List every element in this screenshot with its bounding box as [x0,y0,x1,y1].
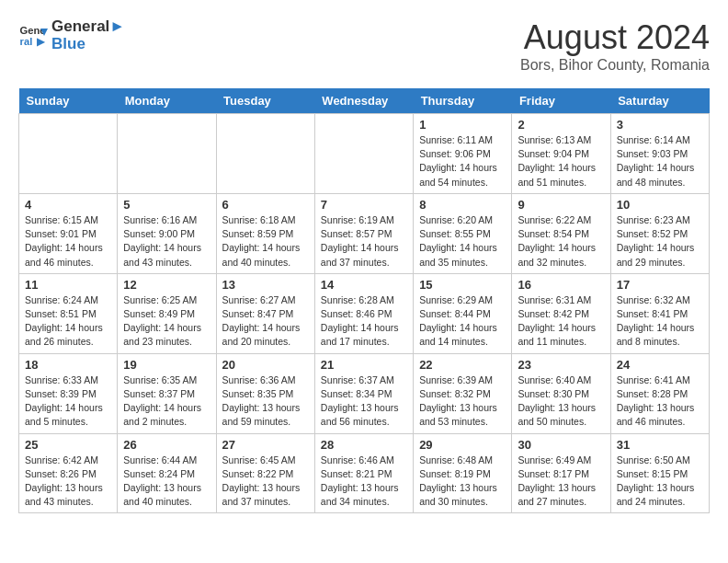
calendar-week-1: 1Sunrise: 6:11 AM Sunset: 9:06 PM Daylig… [19,114,710,194]
calendar-cell: 18Sunrise: 6:33 AM Sunset: 8:39 PM Dayli… [19,353,118,433]
day-info: Sunrise: 6:44 AM Sunset: 8:24 PM Dayligh… [123,454,210,510]
calendar-cell: 28Sunrise: 6:46 AM Sunset: 8:21 PM Dayli… [314,433,413,513]
column-header-monday: Monday [118,88,216,114]
calendar-cell: 6Sunrise: 6:18 AM Sunset: 8:59 PM Daylig… [216,193,314,273]
day-info: Sunrise: 6:50 AM Sunset: 8:15 PM Dayligh… [617,454,703,510]
day-number: 24 [617,358,703,372]
day-number: 3 [617,118,703,132]
day-number: 31 [617,438,703,452]
day-number: 21 [321,358,407,372]
day-number: 22 [419,358,506,372]
column-header-friday: Friday [512,88,610,114]
day-info: Sunrise: 6:27 AM Sunset: 8:47 PM Dayligh… [222,293,309,350]
day-number: 27 [222,438,309,452]
day-number: 11 [25,278,111,292]
day-info: Sunrise: 6:11 AM Sunset: 9:06 PM Dayligh… [419,133,506,190]
day-info: Sunrise: 6:23 AM Sunset: 8:52 PM Dayligh… [617,213,703,270]
day-info: Sunrise: 6:39 AM Sunset: 8:32 PM Dayligh… [419,373,506,430]
day-info: Sunrise: 6:40 AM Sunset: 8:30 PM Dayligh… [518,373,604,430]
day-number: 29 [419,438,506,452]
calendar-cell: 12Sunrise: 6:25 AM Sunset: 8:49 PM Dayli… [118,273,216,353]
day-number: 30 [518,438,604,452]
calendar-cell: 22Sunrise: 6:39 AM Sunset: 8:32 PM Dayli… [414,353,512,433]
calendar-cell: 21Sunrise: 6:37 AM Sunset: 8:34 PM Dayli… [314,353,413,433]
day-info: Sunrise: 6:19 AM Sunset: 8:57 PM Dayligh… [321,213,407,270]
calendar-cell: 3Sunrise: 6:14 AM Sunset: 9:03 PM Daylig… [610,114,709,194]
calendar-table: SundayMondayTuesdayWednesdayThursdayFrid… [18,88,710,513]
day-number: 5 [123,198,210,212]
day-number: 20 [222,358,309,372]
column-header-sunday: Sunday [19,88,118,114]
day-info: Sunrise: 6:46 AM Sunset: 8:21 PM Dayligh… [321,454,407,510]
calendar-week-5: 25Sunrise: 6:42 AM Sunset: 8:26 PM Dayli… [19,433,710,513]
day-number: 6 [222,198,309,212]
calendar-week-4: 18Sunrise: 6:33 AM Sunset: 8:39 PM Dayli… [19,353,710,433]
day-info: Sunrise: 6:18 AM Sunset: 8:59 PM Dayligh… [222,213,309,270]
day-header-row: SundayMondayTuesdayWednesdayThursdayFrid… [19,88,710,114]
calendar-cell: 14Sunrise: 6:28 AM Sunset: 8:46 PM Dayli… [314,273,413,353]
calendar-cell: 15Sunrise: 6:29 AM Sunset: 8:44 PM Dayli… [414,273,512,353]
day-number: 10 [617,198,703,212]
day-number: 25 [25,438,111,452]
calendar-cell: 17Sunrise: 6:32 AM Sunset: 8:41 PM Dayli… [610,273,709,353]
day-info: Sunrise: 6:15 AM Sunset: 9:01 PM Dayligh… [25,213,111,270]
calendar-cell: 27Sunrise: 6:45 AM Sunset: 8:22 PM Dayli… [216,433,314,513]
calendar-cell: 19Sunrise: 6:35 AM Sunset: 8:37 PM Dayli… [118,353,216,433]
day-info: Sunrise: 6:42 AM Sunset: 8:26 PM Dayligh… [25,454,111,510]
page-title: August 2024 [520,18,710,57]
logo-icon: Gene ral ▶ [18,21,48,51]
day-info: Sunrise: 6:20 AM Sunset: 8:55 PM Dayligh… [419,213,506,270]
day-number: 17 [617,278,703,292]
day-number: 1 [419,118,506,132]
calendar-cell: 1Sunrise: 6:11 AM Sunset: 9:06 PM Daylig… [414,114,512,194]
day-info: Sunrise: 6:41 AM Sunset: 8:28 PM Dayligh… [617,373,703,430]
day-number: 7 [321,198,407,212]
day-number: 8 [419,198,506,212]
day-number: 26 [123,438,210,452]
day-number: 9 [518,198,604,212]
day-number: 4 [25,198,111,212]
logo-text-line2: Blue [51,36,125,53]
calendar-cell: 11Sunrise: 6:24 AM Sunset: 8:51 PM Dayli… [19,273,118,353]
day-info: Sunrise: 6:28 AM Sunset: 8:46 PM Dayligh… [321,293,407,350]
day-number: 14 [321,278,407,292]
day-info: Sunrise: 6:13 AM Sunset: 9:04 PM Dayligh… [518,133,604,190]
day-info: Sunrise: 6:14 AM Sunset: 9:03 PM Dayligh… [617,133,703,190]
day-info: Sunrise: 6:31 AM Sunset: 8:42 PM Dayligh… [518,293,604,350]
logo: Gene ral ▶ General► Blue [18,18,125,52]
day-info: Sunrise: 6:32 AM Sunset: 8:41 PM Dayligh… [617,293,703,350]
day-number: 13 [222,278,309,292]
calendar-cell [19,114,118,194]
day-number: 28 [321,438,407,452]
day-info: Sunrise: 6:35 AM Sunset: 8:37 PM Dayligh… [123,373,210,430]
calendar-cell: 31Sunrise: 6:50 AM Sunset: 8:15 PM Dayli… [610,433,709,513]
day-info: Sunrise: 6:22 AM Sunset: 8:54 PM Dayligh… [518,213,604,270]
title-area: August 2024 Bors, Bihor County, Romania [520,18,710,74]
day-info: Sunrise: 6:16 AM Sunset: 9:00 PM Dayligh… [123,213,210,270]
calendar-cell: 10Sunrise: 6:23 AM Sunset: 8:52 PM Dayli… [610,193,709,273]
day-info: Sunrise: 6:36 AM Sunset: 8:35 PM Dayligh… [222,373,309,430]
day-number: 15 [419,278,506,292]
day-number: 16 [518,278,604,292]
column-header-tuesday: Tuesday [216,88,314,114]
calendar-week-2: 4Sunrise: 6:15 AM Sunset: 9:01 PM Daylig… [19,193,710,273]
day-number: 18 [25,358,111,372]
day-info: Sunrise: 6:33 AM Sunset: 8:39 PM Dayligh… [25,373,111,430]
day-info: Sunrise: 6:45 AM Sunset: 8:22 PM Dayligh… [222,454,309,510]
calendar-cell: 2Sunrise: 6:13 AM Sunset: 9:04 PM Daylig… [512,114,610,194]
svg-text:▶: ▶ [37,35,46,46]
page-subtitle: Bors, Bihor County, Romania [520,57,710,74]
day-info: Sunrise: 6:48 AM Sunset: 8:19 PM Dayligh… [419,454,506,510]
calendar-cell: 26Sunrise: 6:44 AM Sunset: 8:24 PM Dayli… [118,433,216,513]
day-number: 12 [123,278,210,292]
calendar-cell: 25Sunrise: 6:42 AM Sunset: 8:26 PM Dayli… [19,433,118,513]
calendar-cell: 16Sunrise: 6:31 AM Sunset: 8:42 PM Dayli… [512,273,610,353]
day-number: 23 [518,358,604,372]
calendar-cell: 30Sunrise: 6:49 AM Sunset: 8:17 PM Dayli… [512,433,610,513]
calendar-cell [314,114,413,194]
calendar-cell: 20Sunrise: 6:36 AM Sunset: 8:35 PM Dayli… [216,353,314,433]
calendar-cell: 4Sunrise: 6:15 AM Sunset: 9:01 PM Daylig… [19,193,118,273]
calendar-cell: 8Sunrise: 6:20 AM Sunset: 8:55 PM Daylig… [414,193,512,273]
day-info: Sunrise: 6:37 AM Sunset: 8:34 PM Dayligh… [321,373,407,430]
calendar-week-3: 11Sunrise: 6:24 AM Sunset: 8:51 PM Dayli… [19,273,710,353]
